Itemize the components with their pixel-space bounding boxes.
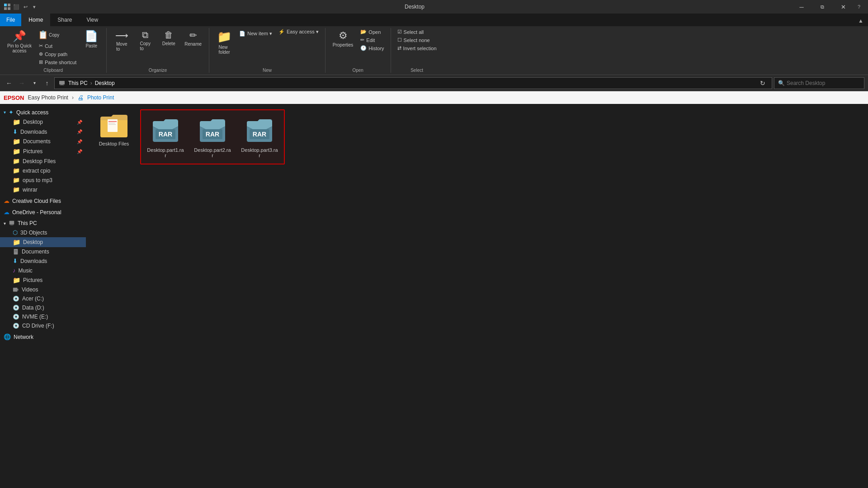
sidebar-item-cd[interactable]: 💿 CD Drive (F:) [0,321,86,330]
sidebar: ▾ ✦ Quick access 📁 Desktop 📌 ⬇ Downloads… [0,104,86,488]
path-this-pc[interactable]: This PC [68,80,88,86]
folder-blue-icon-3: 📁 [13,148,20,155]
sidebar-item-desktop-pc[interactable]: 📁 Desktop [0,237,86,247]
help-button[interactable]: ? [854,0,864,14]
open-icon: 📂 [360,29,367,35]
file-item-part1[interactable]: RAR Desktop.part1.rar [143,112,188,162]
refresh-button[interactable]: ↻ [757,78,768,89]
acer-drive-icon: 💿 [13,296,19,302]
sidebar-item-network[interactable]: 🌐 Network [0,332,86,342]
expand-icon: ▾ [4,110,6,115]
tab-file[interactable]: File [0,14,21,26]
move-label: Moveto [116,42,127,52]
new-folder-icon: 📁 [217,30,231,44]
properties-button[interactable]: ⚙ Properties [329,28,357,49]
tab-home[interactable]: Home [21,14,50,26]
paste-shortcut-button[interactable]: ⊞ Paste shortcut [36,58,79,66]
epson-link[interactable]: Photo Print [87,94,114,101]
undo-icon[interactable]: ↩ [22,3,29,10]
new-folder-button[interactable]: 📁 Newfolder [213,28,236,56]
content-area[interactable]: Desktop Files RAR Desktop.part1.rar [86,104,868,488]
quick-access-icon[interactable]: ⬛ [13,3,20,10]
delete-button[interactable]: 🗑 Delete [157,28,180,48]
ribbon-expand-icon[interactable]: ▲ [855,15,866,26]
sidebar-item-downloads[interactable]: ⬇ Downloads 📌 [0,127,86,136]
sidebar-item-creative-cloud[interactable]: ☁ Creative Cloud Files [0,196,86,206]
sidebar-item-this-pc[interactable]: ▾ This PC [0,219,86,228]
copy-to-button[interactable]: ⧉ Copyto [134,28,156,53]
back-button[interactable]: ← [4,78,14,89]
edit-label: Edit [366,38,375,43]
sidebar-item-pictures-pc[interactable]: 📁 Pictures [0,275,86,285]
sidebar-header-quick-access[interactable]: ▾ ✦ Quick access [0,108,86,117]
svg-rect-0 [4,4,7,6]
sidebar-item-videos[interactable]: Videos [0,285,86,294]
recent-button[interactable]: ▾ [29,78,40,89]
svg-text:RAR: RAR [206,131,219,138]
edit-icon: ✏ [360,37,364,43]
up-button[interactable]: ↑ [42,78,52,89]
sidebar-item-onedrive[interactable]: ☁ OneDrive - Personal [0,207,86,217]
svg-marker-14 [18,288,19,291]
copy-path-button[interactable]: ⊕ Copy path [36,50,79,58]
cut-button[interactable]: ✂ Cut [36,42,79,50]
edit-button[interactable]: ✏ Edit [358,36,387,44]
sidebar-section-onedrive: ☁ OneDrive - Personal [0,207,86,217]
select-none-button[interactable]: ☐ Select none [395,36,439,44]
copy-button[interactable]: 📋 Copy [36,28,79,42]
sidebar-pictures-label: Pictures [23,148,42,155]
pin-to-quick-access-button[interactable]: 📌 Pin to Quick access [4,28,35,55]
file-item-part2[interactable]: RAR Desktop.part2.rar [190,112,235,162]
rar-selection-group: RAR Desktop.part1.rar RAR Desktop.part2.… [140,109,285,164]
invert-selection-button[interactable]: ⇄ Invert selection [395,44,439,52]
history-label: History [368,46,384,51]
open-label: Open [352,67,363,73]
sidebar-item-downloads-pc[interactable]: ⬇ Downloads [0,256,86,266]
minimize-button[interactable]: ─ [791,0,812,14]
sidebar-documents-pc-label: Documents [22,249,49,255]
creative-cloud-icon: ☁ [4,197,9,204]
sidebar-item-3d-objects[interactable]: ⬡ 3D Objects [0,228,86,237]
delete-icon: 🗑 [164,30,173,40]
new-item-button[interactable]: 📄 New item ▾ [236,30,275,38]
pin-icon: 📌 [13,30,26,42]
file-item-part3[interactable]: RAR Desktop.part3.rar [237,112,282,162]
maximize-button[interactable]: ⧉ [812,0,833,14]
rename-button[interactable]: ✏ Rename [181,28,205,48]
file-item-desktop-files[interactable]: Desktop Files [91,109,137,164]
address-path[interactable]: This PC › Desktop ↻ [54,77,772,89]
sidebar-item-desktop-files[interactable]: 📁 Desktop FIles [0,156,86,166]
sidebar-item-data[interactable]: 💿 Data (D:) [0,303,86,312]
tab-view[interactable]: View [79,14,105,26]
sidebar-item-extract-cpio[interactable]: 📁 extract cpio [0,166,86,175]
sidebar-item-documents-pc[interactable]: Documents [0,247,86,256]
sidebar-item-nvme[interactable]: 💿 NVME (E:) [0,312,86,321]
sidebar-item-documents[interactable]: 📁 Documents 📌 [0,136,86,146]
search-bar[interactable]: 🔍 [774,77,864,89]
forward-button[interactable]: → [16,78,27,89]
history-button[interactable]: 🕐 History [358,44,387,52]
path-desktop[interactable]: Desktop [95,80,115,86]
copy-path-icon: ⊕ [39,51,43,57]
sidebar-item-acer[interactable]: 💿 Acer (C:) [0,294,86,303]
sidebar-item-opus[interactable]: 📁 opus to mp3 [0,175,86,185]
svg-rect-6 [60,85,64,85]
folder-blue-icon: 📁 [13,118,20,126]
search-input[interactable] [787,80,860,86]
close-button[interactable]: ✕ [833,0,854,14]
pin-icon[interactable]: ▾ [31,3,38,10]
move-to-button[interactable]: ⟶ Moveto [110,28,133,53]
select-all-button[interactable]: ☑ Select all [395,28,439,36]
quick-access-label: Quick access [16,109,48,116]
sidebar-item-desktop[interactable]: 📁 Desktop 📌 [0,117,86,127]
tab-share[interactable]: Share [50,14,79,26]
sidebar-item-winrar[interactable]: 📁 winrar [0,185,86,194]
sidebar-section-quick-access: ▾ ✦ Quick access 📁 Desktop 📌 ⬇ Downloads… [0,108,86,194]
sidebar-item-pictures[interactable]: 📁 Pictures 📌 [0,146,86,156]
clipboard-label: Clipboard [43,67,63,73]
easy-access-button[interactable]: ⚡ Easy access ▾ [276,28,321,36]
new-items: 📁 Newfolder 📄 New item ▾ ⚡ Easy access ▾ [213,28,321,66]
paste-button[interactable]: 📄 Paste [80,28,103,50]
sidebar-item-music[interactable]: ♪ Music [0,266,86,275]
open-button[interactable]: 📂 Open [358,28,387,36]
